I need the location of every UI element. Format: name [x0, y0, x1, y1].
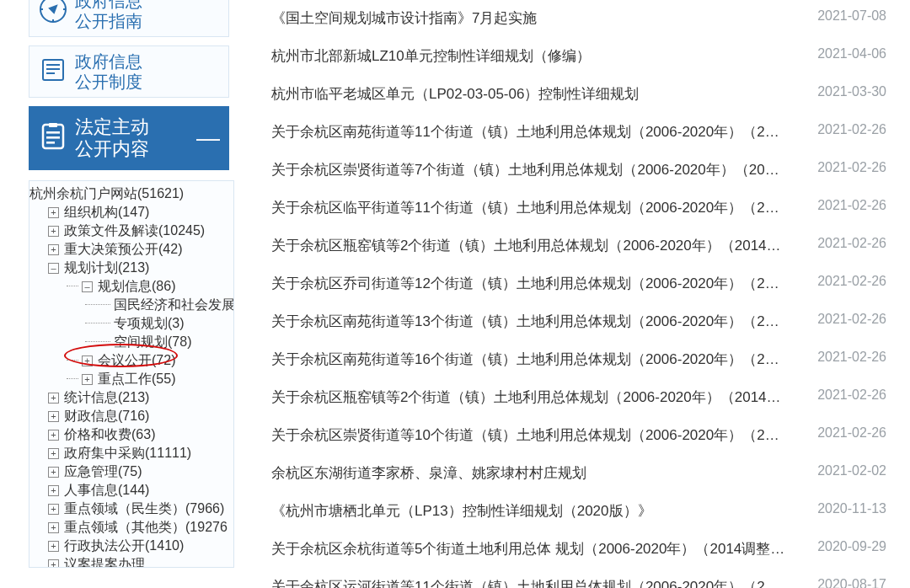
article-title[interactable]: 杭州市临平老城区单元（LP02-03-05-06）控制性详细规划 — [271, 84, 639, 104]
tree-leaf[interactable]: 空间规划(78) — [85, 333, 233, 351]
article-title[interactable]: 《国土空间规划城市设计指南》7月起实施 — [271, 8, 537, 28]
expand-icon[interactable]: + — [82, 355, 93, 366]
article-title[interactable]: 关于余杭区南苑街道等11个街道（镇）土地利用总体规划（2006-2020年）（2… — [271, 122, 785, 142]
tree-node-label[interactable]: 规划计划(213) — [64, 260, 149, 275]
tree-node-label[interactable]: 应急管理(75) — [64, 464, 142, 478]
tree-node[interactable]: +统计信息(213) — [48, 388, 233, 407]
tree-branch-line — [67, 286, 78, 286]
article-title[interactable]: 关于余杭区运河街道等11个街道（镇）土地利用总体规划（2006-2020年）（2… — [271, 577, 785, 588]
compass-icon — [38, 0, 68, 28]
article-title[interactable]: 《杭州市塘栖北单元（LP13）控制性详细规划（2020版）》 — [271, 501, 652, 521]
expand-icon[interactable]: + — [48, 559, 59, 568]
article-row[interactable]: 《杭州市塘栖北单元（LP13）控制性详细规划（2020版）》2020-11-13 — [271, 501, 886, 521]
article-row[interactable]: 关于余杭区崇贤街道等10个街道（镇）土地利用总体规划（2006-2020年）（2… — [271, 425, 886, 445]
article-title[interactable]: 关于余杭区南苑街道等13个街道（镇）土地利用总体规划（2006-2020年）（2… — [271, 312, 785, 331]
article-row[interactable]: 关于余杭区乔司街道等12个街道（镇）土地利用总体规划（2006-2020年）（2… — [271, 274, 886, 293]
tree-node-label[interactable]: 政策文件及解读(10245) — [64, 223, 205, 238]
expand-icon[interactable]: + — [48, 411, 59, 422]
tree-node-label[interactable]: 财政信息(716) — [64, 409, 149, 423]
tree-node-label[interactable]: 规划信息(86) — [98, 279, 175, 293]
article-row[interactable]: 关于余杭区南苑街道等11个街道（镇）土地利用总体规划（2006-2020年）（2… — [271, 122, 886, 142]
expand-icon[interactable]: + — [48, 485, 59, 496]
expand-icon[interactable]: + — [48, 226, 59, 237]
tree-node-label[interactable]: 人事信息(144) — [64, 483, 149, 497]
article-row[interactable]: 关于余杭区瓶窑镇等2个街道（镇）土地利用总体规划（2006-2020年）（201… — [271, 388, 886, 407]
tree-leaf-label[interactable]: 空间规划(78) — [114, 334, 191, 349]
category-tree-panel[interactable]: 杭州余杭门户网站(51621)+组织机构(147)+政策文件及解读(10245)… — [29, 180, 234, 568]
article-date: 2021-02-26 — [817, 236, 886, 251]
card-statutory-disclosure[interactable]: 法定主动 公开内容 — — [29, 106, 229, 170]
tree-node-label[interactable]: 统计信息(213) — [64, 390, 149, 404]
article-title[interactable]: 关于余杭区瓶窑镇等2个街道（镇）土地利用总体规划（2006-2020年）（201… — [271, 236, 785, 255]
article-row[interactable]: 关于余杭区瓶窑镇等2个街道（镇）土地利用总体规划（2006-2020年）（201… — [271, 236, 886, 255]
expand-icon[interactable]: + — [82, 374, 93, 385]
tree-node-label[interactable]: 重点领域（民生类）(7966) — [64, 501, 224, 516]
tree-node[interactable]: +重点工作(55) — [67, 370, 233, 388]
expand-icon[interactable]: + — [48, 448, 59, 459]
article-title[interactable]: 关于余杭区临平街道等11个街道（镇）土地利用总体规划（2006-2020年）（2… — [271, 198, 785, 217]
tree-node-label[interactable]: 政府集中采购(11111) — [64, 446, 191, 460]
article-row[interactable]: 关于余杭区南苑街道等13个街道（镇）土地利用总体规划（2006-2020年）（2… — [271, 312, 886, 331]
tree-node[interactable]: +价格和收费(63) — [48, 425, 233, 444]
article-row[interactable]: 关于余杭区临平街道等11个街道（镇）土地利用总体规划（2006-2020年）（2… — [271, 198, 886, 217]
tree-node-label[interactable]: 重点领域（其他类）(19276 — [64, 520, 228, 534]
tree-leaf-label[interactable]: 专项规划(3) — [114, 316, 185, 330]
expand-icon[interactable]: + — [48, 504, 59, 515]
article-title[interactable]: 关于余杭区崇贤街道等10个街道（镇）土地利用总体规划（2006-2020年）（2… — [271, 425, 785, 445]
article-row[interactable]: 关于余杭区南苑街道等16个街道（镇）土地利用总体规划（2006-2020年）（2… — [271, 350, 886, 369]
tree-node-label[interactable]: 重大决策预公开(42) — [64, 242, 182, 256]
tree-node[interactable]: –规划计划(213) — [48, 259, 233, 277]
tree-node[interactable]: +人事信息(144) — [48, 481, 233, 500]
card-active-line1: 法定主动 — [75, 116, 149, 138]
tree-node[interactable]: –规划信息(86) — [67, 277, 233, 296]
collapse-icon[interactable]: – — [82, 281, 93, 292]
article-row[interactable]: 杭州市临平老城区单元（LP02-03-05-06）控制性详细规划2021-03-… — [271, 84, 886, 104]
expand-icon[interactable]: + — [48, 522, 59, 533]
tree-node[interactable]: +行政执法公开(1410) — [48, 537, 233, 555]
tree-leaf[interactable]: 国民经济和社会发展规 — [85, 296, 233, 314]
collapse-icon[interactable]: – — [48, 263, 59, 274]
article-row[interactable]: 杭州市北部新城LZ10单元控制性详细规划（修编）2021-04-06 — [271, 46, 886, 66]
article-date: 2021-02-26 — [817, 198, 886, 213]
article-title[interactable]: 杭州市北部新城LZ10单元控制性详细规划（修编） — [271, 46, 591, 66]
tree-node-label[interactable]: 价格和收费(63) — [64, 427, 155, 441]
tree-node-label[interactable]: 重点工作(55) — [98, 372, 175, 386]
article-row[interactable]: 《国土空间规划城市设计指南》7月起实施2021-07-08 — [271, 8, 886, 28]
article-row[interactable]: 余杭区东湖街道李家桥、泉漳、姚家埭村村庄规划2021-02-02 — [271, 463, 886, 483]
tree-node[interactable]: +财政信息(716) — [48, 407, 233, 425]
expand-icon[interactable]: + — [48, 207, 59, 218]
tree-node-label[interactable]: 组织机构(147) — [64, 205, 149, 219]
expand-icon[interactable]: + — [48, 244, 59, 255]
tree-node[interactable]: +议案提案办理 — [48, 555, 233, 568]
article-title[interactable]: 关于余杭区崇贤街道等7个街道（镇）土地利用总体规划（2006-2020年）（20… — [271, 160, 785, 179]
tree-leaf[interactable]: 专项规划(3) — [85, 314, 233, 333]
card-gov-info-system[interactable]: 政府信息 公开制度 — [29, 45, 229, 98]
tree-root-label[interactable]: 杭州余杭门户网站(51621) — [29, 186, 184, 200]
tree-node-label[interactable]: 议案提案办理 — [64, 557, 145, 568]
tree-node[interactable]: +会议公开(72) — [67, 351, 233, 370]
expand-icon[interactable]: + — [48, 467, 59, 478]
expand-icon[interactable]: + — [48, 393, 59, 404]
article-title[interactable]: 关于余杭区乔司街道等12个街道（镇）土地利用总体规划（2006-2020年）（2… — [271, 274, 785, 293]
tree-node[interactable]: +组织机构(147) — [48, 203, 233, 222]
tree-leaf-label[interactable]: 国民经济和社会发展规 — [114, 297, 234, 312]
article-title[interactable]: 关于余杭区余杭街道等5个街道土地利用总体 规划（2006-2020年）（2014… — [271, 539, 785, 559]
article-row[interactable]: 关于余杭区运河街道等11个街道（镇）土地利用总体规划（2006-2020年）（2… — [271, 577, 886, 588]
expand-icon[interactable]: + — [48, 541, 59, 552]
article-title[interactable]: 余杭区东湖街道李家桥、泉漳、姚家埭村村庄规划 — [271, 463, 586, 483]
tree-node[interactable]: +应急管理(75) — [48, 462, 233, 481]
tree-node[interactable]: +政策文件及解读(10245) — [48, 222, 233, 240]
article-row[interactable]: 关于余杭区余杭街道等5个街道土地利用总体 规划（2006-2020年）（2014… — [271, 539, 886, 559]
expand-icon[interactable]: + — [48, 430, 59, 441]
card-gov-info-guide[interactable]: 政府信息 公开指南 — [29, 0, 229, 37]
tree-node-label[interactable]: 会议公开(72) — [98, 353, 175, 367]
tree-node[interactable]: +重点领域（民生类）(7966) — [48, 500, 233, 518]
category-tree[interactable]: 杭州余杭门户网站(51621)+组织机构(147)+政策文件及解读(10245)… — [29, 181, 233, 568]
article-title[interactable]: 关于余杭区瓶窑镇等2个街道（镇）土地利用总体规划（2006-2020年）（201… — [271, 388, 785, 407]
tree-node-label[interactable]: 行政执法公开(1410) — [64, 538, 184, 553]
article-row[interactable]: 关于余杭区崇贤街道等7个街道（镇）土地利用总体规划（2006-2020年）（20… — [271, 160, 886, 179]
tree-node[interactable]: +重大决策预公开(42) — [48, 240, 233, 259]
tree-node[interactable]: +重点领域（其他类）(19276 — [48, 518, 233, 537]
article-title[interactable]: 关于余杭区南苑街道等16个街道（镇）土地利用总体规划（2006-2020年）（2… — [271, 350, 785, 369]
tree-node[interactable]: +政府集中采购(11111) — [48, 444, 233, 462]
